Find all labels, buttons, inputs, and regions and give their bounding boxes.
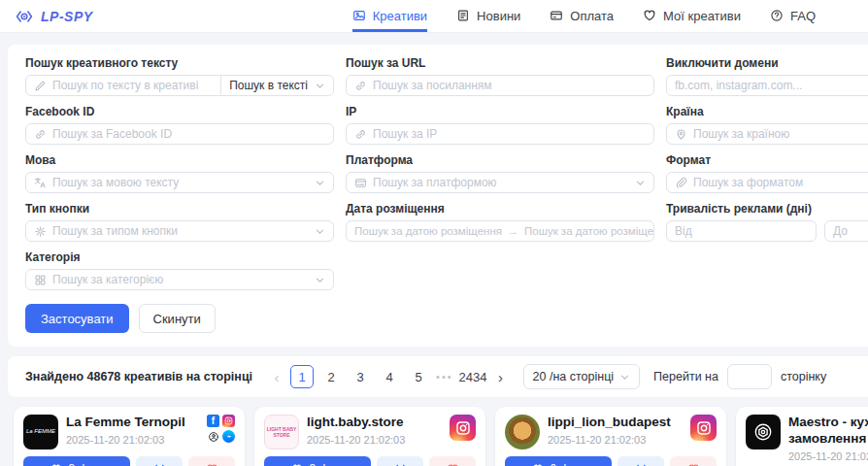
card-title[interactable]: Maestro - кухні, ме bbox=[788, 415, 868, 431]
card-title[interactable]: La Femme Ternopil bbox=[66, 415, 185, 431]
field-label: Дата розміщення bbox=[346, 202, 654, 216]
goto-page-input[interactable] bbox=[727, 364, 772, 389]
page-last[interactable]: 2434 bbox=[459, 365, 487, 388]
card-title-line2[interactable]: замовлення в Ужго bbox=[788, 431, 868, 448]
favorite-button[interactable] bbox=[429, 456, 476, 466]
url-input[interactable] bbox=[346, 75, 654, 96]
facebook-id-field[interactable] bbox=[52, 127, 325, 141]
profile-icon[interactable] bbox=[207, 430, 219, 443]
button-type-select[interactable]: Пошук за типом кнопки bbox=[25, 220, 334, 242]
days-button[interactable]: 0 days bbox=[505, 456, 612, 466]
duration-from-field[interactable] bbox=[675, 224, 808, 238]
ip-field[interactable] bbox=[373, 127, 646, 141]
page-2[interactable]: 2 bbox=[319, 365, 343, 388]
news-icon bbox=[456, 9, 470, 22]
days-label: 0 days bbox=[550, 462, 584, 466]
chevron-down-icon bbox=[619, 372, 630, 383]
favorite-button[interactable] bbox=[670, 456, 717, 466]
instagram-icon[interactable] bbox=[222, 415, 235, 427]
logo-text: LP-SPY bbox=[41, 9, 93, 24]
creative-text-field[interactable] bbox=[52, 79, 213, 92]
reset-button[interactable]: Скинути bbox=[139, 304, 216, 333]
creative-text-input[interactable] bbox=[25, 75, 221, 96]
preview-button[interactable] bbox=[136, 456, 183, 466]
page-4[interactable]: 4 bbox=[378, 365, 401, 388]
credit-card-icon bbox=[550, 9, 563, 22]
field-label: Мова bbox=[25, 153, 334, 167]
chevron-down-icon bbox=[315, 226, 325, 237]
avatar: La FEMME bbox=[23, 415, 58, 449]
field-button-type: Тип кнопки Пошук за типом кнопки bbox=[25, 202, 334, 242]
exclude-domains-field[interactable] bbox=[675, 79, 868, 92]
pencil-icon bbox=[34, 80, 47, 92]
field-ip: IP bbox=[346, 105, 654, 145]
preview-button[interactable] bbox=[377, 456, 423, 466]
creative-card: lippi_lion_budapest 2025-11-20 21:02:03 … bbox=[495, 407, 726, 466]
tab-news[interactable]: Новини bbox=[456, 0, 520, 32]
next-page-button[interactable]: › bbox=[490, 365, 512, 388]
field-country: Країна bbox=[666, 105, 868, 145]
text-search-mode-select[interactable]: Пошук в тексті bbox=[220, 75, 334, 96]
country-field[interactable] bbox=[693, 127, 868, 141]
link-icon bbox=[354, 128, 367, 141]
heart-icon bbox=[206, 463, 218, 466]
page-size-select[interactable]: 20 /на сторінці bbox=[523, 364, 641, 389]
category-grid-icon bbox=[34, 274, 47, 286]
eye-icon bbox=[634, 462, 649, 466]
instagram-icon[interactable] bbox=[690, 415, 717, 441]
duration-from-input[interactable] bbox=[666, 220, 817, 242]
card-title[interactable]: light.baby.store bbox=[307, 415, 405, 431]
field-format: Формат bbox=[666, 153, 868, 193]
translate-icon bbox=[34, 177, 47, 189]
header: LP-SPY Креативи Новини Оплата Мої креати… bbox=[0, 0, 868, 33]
tab-label: Оплата bbox=[570, 9, 614, 23]
creative-card: Maestro - кухні, ме замовлення в Ужго 20… bbox=[736, 407, 868, 466]
days-button[interactable]: 3 days bbox=[264, 456, 371, 466]
duration-to-field[interactable] bbox=[833, 224, 868, 238]
format-input[interactable] bbox=[666, 172, 868, 193]
page-1[interactable]: 1 bbox=[290, 365, 314, 388]
facebook-id-input[interactable] bbox=[25, 123, 334, 145]
url-field[interactable] bbox=[373, 79, 646, 92]
country-input[interactable] bbox=[666, 123, 868, 145]
field-label: Виключити домени bbox=[666, 56, 868, 70]
platform-select[interactable]: Пошук за платформою bbox=[346, 172, 654, 193]
results-summary: Знайдено 48678 креативів на сторінці bbox=[25, 370, 252, 383]
days-label: 3 days bbox=[68, 462, 102, 466]
category-select[interactable]: Пошук за категорією bbox=[25, 269, 334, 290]
select-placeholder: Пошук за категорією bbox=[52, 273, 163, 286]
field-label: IP bbox=[346, 105, 654, 118]
field-category: Категорія Пошук за категорією bbox=[25, 250, 334, 290]
language-select[interactable]: Пошук за мовою тексту bbox=[25, 172, 334, 193]
card-title[interactable]: lippi_lion_budapest bbox=[548, 415, 671, 431]
exclude-domains-input[interactable] bbox=[666, 75, 868, 96]
heart-icon bbox=[447, 463, 459, 466]
preview-button[interactable] bbox=[618, 456, 664, 466]
facebook-icon[interactable]: f bbox=[207, 415, 219, 427]
days-button[interactable]: 3 days bbox=[23, 456, 130, 466]
mode-label: Пошук в тексті bbox=[229, 79, 308, 92]
page-3[interactable]: 3 bbox=[349, 365, 372, 388]
messenger-icon[interactable] bbox=[222, 430, 235, 443]
apply-button[interactable]: Застосувати bbox=[25, 304, 129, 333]
favorite-button[interactable] bbox=[188, 456, 235, 466]
card-date: 2025-11-20 21:02:03 bbox=[307, 434, 405, 446]
tab-my-creatives[interactable]: Мої креативи bbox=[643, 0, 741, 32]
ip-input[interactable] bbox=[346, 123, 654, 145]
logo[interactable]: LP-SPY bbox=[14, 0, 93, 32]
tab-label: Новини bbox=[477, 9, 520, 23]
goto-prefix-label: Перейти на bbox=[653, 370, 718, 383]
paperclip-icon bbox=[675, 177, 687, 189]
page-ellipsis[interactable]: ••• bbox=[436, 371, 453, 383]
avatar-emblem bbox=[746, 415, 781, 449]
tab-payment[interactable]: Оплата bbox=[550, 0, 614, 32]
tab-faq[interactable]: FAQ bbox=[770, 0, 816, 32]
format-field[interactable] bbox=[693, 176, 868, 189]
prev-page-button[interactable]: ‹ bbox=[266, 365, 287, 388]
date-range-picker[interactable]: Пошук за датою розміщення → Пошук за дат… bbox=[346, 220, 654, 242]
page-5[interactable]: 5 bbox=[407, 365, 430, 388]
instagram-icon[interactable] bbox=[450, 415, 476, 441]
chevron-down-icon bbox=[315, 178, 325, 188]
duration-to-input[interactable] bbox=[824, 220, 868, 242]
tab-creatives[interactable]: Креативи bbox=[352, 0, 427, 32]
